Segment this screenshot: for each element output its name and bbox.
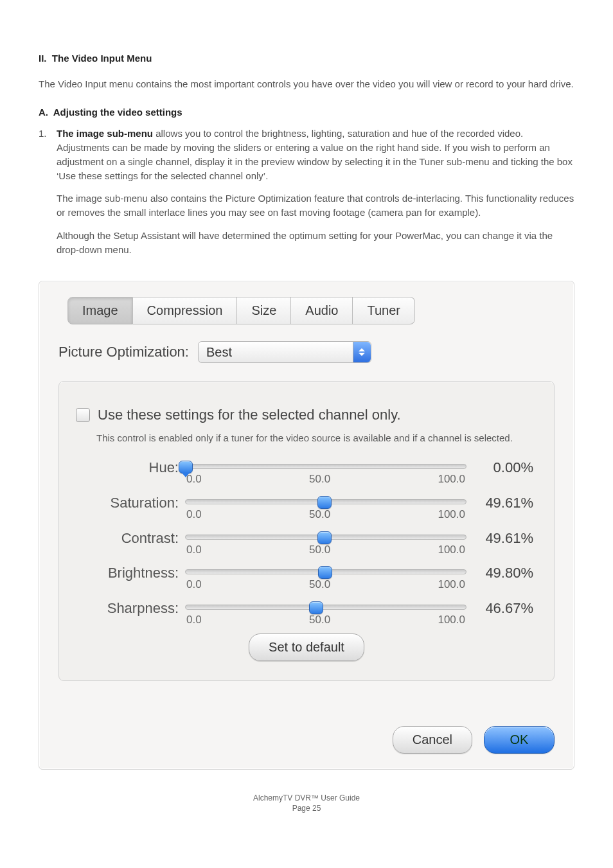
- slider-contrast-mid: 50.0: [309, 542, 330, 558]
- intro-paragraph: The Video Input menu contains the most i…: [39, 77, 574, 91]
- slider-brightness-mid: 50.0: [309, 577, 330, 593]
- settings-panel: Use these settings for the selected chan…: [58, 381, 555, 680]
- slider-brightness-thumb[interactable]: [318, 566, 332, 579]
- slider-sharpness-mid: 50.0: [309, 612, 330, 628]
- list-number: 1.: [39, 127, 57, 265]
- footer-title: AlchemyTV DVR™ User Guide: [39, 793, 574, 804]
- bold-lead: The image sub-menu: [57, 128, 153, 139]
- footer-page-prefix: Page: [292, 804, 312, 813]
- picture-optimization-row: Picture Optimization: Best: [58, 341, 555, 363]
- sub-heading: A. Adjusting the video settings: [39, 105, 574, 120]
- tab-tuner[interactable]: Tuner: [353, 297, 415, 324]
- video-input-dialog: Image Compression Size Audio Tuner Pictu…: [39, 281, 574, 769]
- slider-contrast-min: 0.0: [186, 542, 202, 558]
- slider-saturation-min: 0.0: [186, 507, 202, 523]
- slider-sharpness-max: 100.0: [438, 612, 465, 628]
- slider-contrast: Contrast: 0.0 50.0 100.0 49.61%: [76, 528, 537, 558]
- ok-button[interactable]: OK: [484, 726, 555, 754]
- slider-hue-value: 0.00%: [473, 457, 537, 478]
- footer-page-number: 25: [312, 804, 321, 813]
- slider-sharpness-thumb[interactable]: [309, 601, 323, 614]
- slider-sharpness: Sharpness: 0.0 50.0 100.0 46.67%: [76, 598, 537, 628]
- tab-audio[interactable]: Audio: [291, 297, 353, 324]
- tab-image[interactable]: Image: [67, 297, 133, 324]
- slider-saturation: Saturation: 0.0 50.0 100.0 49.61%: [76, 493, 537, 523]
- slider-brightness-min: 0.0: [186, 577, 202, 593]
- dialog-button-row: Cancel OK: [58, 726, 555, 754]
- set-to-default-button[interactable]: Set to default: [249, 633, 364, 661]
- slider-contrast-track[interactable]: 0.0 50.0 100.0: [185, 528, 466, 558]
- slider-sharpness-min: 0.0: [186, 612, 202, 628]
- slider-hue-max: 100.0: [438, 472, 465, 488]
- checkbox-row: Use these settings for the selected chan…: [76, 405, 537, 425]
- picture-optimization-label: Picture Optimization:: [58, 342, 189, 362]
- p3: Although the Setup Assistant will have d…: [57, 229, 574, 257]
- slider-saturation-max: 100.0: [438, 507, 465, 523]
- page-footer: AlchemyTV DVR™ User Guide Page 25: [39, 793, 574, 815]
- slider-brightness-max: 100.0: [438, 577, 465, 593]
- slider-contrast-value: 49.61%: [473, 528, 537, 549]
- picture-optimization-value: Best: [206, 343, 232, 362]
- slider-brightness-label: Brightness:: [76, 563, 179, 583]
- slider-contrast-max: 100.0: [438, 542, 465, 558]
- checkbox-hint: This control is enabled only if a tuner …: [96, 432, 537, 445]
- cancel-button[interactable]: Cancel: [393, 726, 472, 754]
- tab-compression[interactable]: Compression: [133, 297, 238, 324]
- list-body: The image sub-menu allows you to control…: [57, 127, 574, 265]
- tab-strip: Image Compression Size Audio Tuner: [67, 297, 555, 324]
- slider-sharpness-value: 46.67%: [473, 598, 537, 619]
- p2: The image sub-menu also contains the Pic…: [57, 191, 574, 220]
- slider-saturation-thumb[interactable]: [317, 496, 332, 509]
- slider-saturation-mid: 50.0: [309, 507, 330, 523]
- use-settings-label: Use these settings for the selected chan…: [98, 405, 401, 425]
- slider-hue-thumb[interactable]: [179, 461, 193, 474]
- slider-saturation-value: 49.61%: [473, 493, 537, 513]
- slider-saturation-label: Saturation:: [76, 493, 179, 513]
- slider-sharpness-track[interactable]: 0.0 50.0 100.0: [185, 598, 466, 628]
- slider-brightness: Brightness: 0.0 50.0 100.0 49.80%: [76, 563, 537, 593]
- slider-hue: Hue: 0.0 50.0 100.0 0.00%: [76, 457, 537, 488]
- list-item-1: 1. The image sub-menu allows you to cont…: [39, 127, 574, 265]
- slider-brightness-track[interactable]: 0.0 50.0 100.0: [185, 563, 466, 593]
- picture-optimization-select[interactable]: Best: [198, 341, 371, 363]
- slider-saturation-track[interactable]: 0.0 50.0 100.0: [185, 493, 466, 523]
- slider-contrast-thumb[interactable]: [317, 531, 332, 544]
- slider-hue-track[interactable]: 0.0 50.0 100.0: [185, 457, 466, 488]
- slider-contrast-label: Contrast:: [76, 528, 179, 549]
- slider-hue-label: Hue:: [76, 457, 179, 478]
- use-settings-checkbox[interactable]: [76, 408, 90, 422]
- slider-hue-mid: 50.0: [309, 472, 330, 488]
- tab-size[interactable]: Size: [237, 297, 291, 324]
- section-heading: II. The Video Input Menu: [39, 51, 574, 66]
- slider-sharpness-label: Sharpness:: [76, 598, 179, 619]
- select-stepper-icon: [353, 342, 371, 362]
- slider-brightness-value: 49.80%: [473, 563, 537, 583]
